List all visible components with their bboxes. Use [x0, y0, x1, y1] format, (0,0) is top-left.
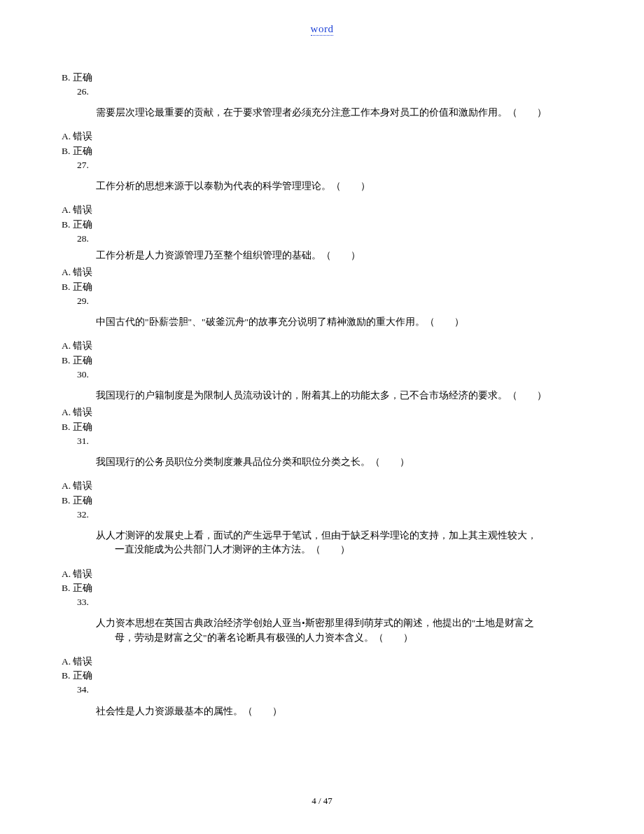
page-header: word — [62, 21, 582, 37]
question-text-33-line1: 人力资本思想在英国古典政治经济学创始人亚当•斯密那里得到萌芽式的阐述，他提出的"… — [96, 618, 534, 628]
option-b: B. 正确 — [62, 581, 582, 595]
option-a: A. 错误 — [62, 479, 582, 493]
question-text-33: 人力资本思想在英国古典政治经济学创始人亚当•斯密那里得到萌芽式的阐述，他提出的"… — [62, 616, 582, 645]
question-text-27: 工作分析的思想来源于以泰勒为代表的科学管理理论。（ ） — [62, 179, 582, 193]
option-b: B. 正确 — [62, 218, 582, 232]
question-text-33-line2: 母，劳动是财富之父"的著名论断具有极强的人力资本含义。（ ） — [77, 631, 582, 645]
question-number-32: 32. — [62, 508, 582, 522]
question-number-34: 34. — [62, 683, 582, 697]
option-a: A. 错误 — [62, 405, 582, 419]
question-text-30: 我国现行的户籍制度是为限制人员流动设计的，附着其上的功能太多，已不合市场经济的要… — [62, 389, 582, 403]
page-footer: 4 / 47 — [0, 794, 644, 808]
option-b: B. 正确 — [62, 669, 582, 683]
option-b: B. 正确 — [62, 71, 582, 85]
option-b: B. 正确 — [62, 354, 582, 368]
option-a: A. 错误 — [62, 339, 582, 353]
question-number-29: 29. — [62, 294, 582, 308]
option-a: A. 错误 — [62, 203, 582, 217]
question-text-28: 工作分析是人力资源管理乃至整个组织管理的基础。（ ） — [62, 249, 582, 263]
option-b: B. 正确 — [62, 280, 582, 294]
question-text-32: 从人才测评的发展史上看，面试的产生远早于笔试，但由于缺乏科学理论的支持，加上其主… — [62, 529, 582, 557]
option-b: B. 正确 — [62, 494, 582, 508]
option-a: A. 错误 — [62, 567, 582, 581]
option-a: A. 错误 — [62, 655, 582, 669]
question-text-32-line1: 从人才测评的发展史上看，面试的产生远早于笔试，但由于缺乏科学理论的支持，加上其主… — [96, 530, 537, 541]
question-number-33: 33. — [62, 595, 582, 609]
page: word B. 正确 26. 需要层次理论最重要的贡献，在于要求管理者必须充分注… — [0, 0, 644, 834]
option-a: A. 错误 — [62, 265, 582, 279]
question-text-29: 中国古代的"卧薪尝胆"、"破釜沉舟"的故事充分说明了精神激励的重大作用。（ ） — [62, 315, 582, 329]
question-number-31: 31. — [62, 434, 582, 448]
option-b: B. 正确 — [62, 420, 582, 434]
question-number-27: 27. — [62, 158, 582, 172]
content-body: B. 正确 26. 需要层次理论最重要的贡献，在于要求管理者必须充分注意工作本身… — [62, 71, 582, 718]
question-number-28: 28. — [62, 232, 582, 246]
header-title: word — [311, 23, 334, 36]
question-text-32-line2: 一直没能成为公共部门人才测评的主体方法。（ ） — [77, 543, 582, 557]
question-number-26: 26. — [62, 85, 582, 99]
question-number-30: 30. — [62, 368, 582, 382]
question-text-31: 我国现行的公务员职位分类制度兼具品位分类和职位分类之长。（ ） — [62, 455, 582, 469]
question-text-34: 社会性是人力资源最基本的属性。（ ） — [62, 704, 582, 718]
option-b: B. 正确 — [62, 144, 582, 158]
option-a: A. 错误 — [62, 130, 582, 144]
question-text-26: 需要层次理论最重要的贡献，在于要求管理者必须充分注意工作本身对员工的价值和激励作… — [62, 106, 582, 120]
